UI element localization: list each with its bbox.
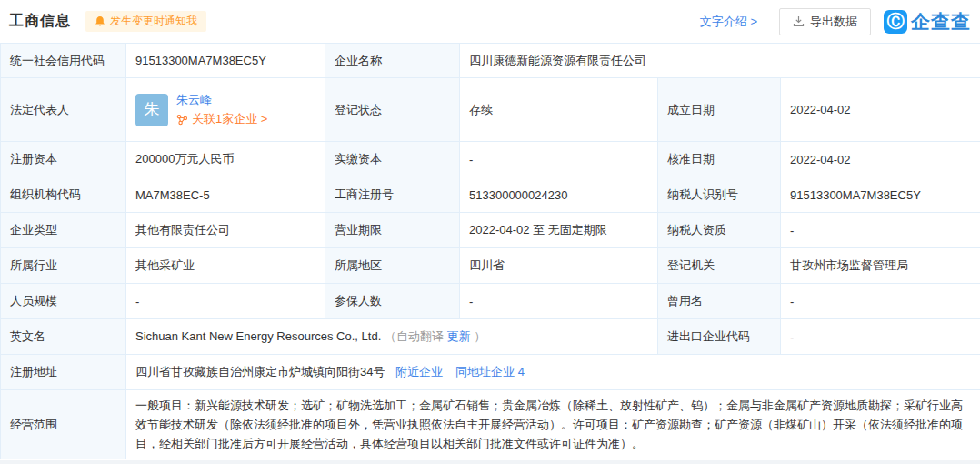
related-companies-link[interactable]: 关联1家企业 > <box>176 111 267 127</box>
qichacha-logo: Ⓒ 企查查 <box>884 9 971 35</box>
field-value-reg-address: 四川省甘孜藏族自治州康定市炉城镇向阳街34号 附近企业 同地址企业 4 <box>126 355 980 390</box>
bell-icon <box>95 15 105 27</box>
field-label-legal-rep: 法定代表人 <box>1 78 126 142</box>
table-row: 企业类型 其他有限责任公司 营业期限 2022-04-02 至 无固定期限 纳税… <box>1 213 980 248</box>
related-companies-icon <box>176 114 188 126</box>
table-row: 英文名 Sichuan Kant New Energy Resources Co… <box>1 319 980 355</box>
field-value-legal-rep: 朱 朱云峰 关联1家企业 > <box>126 78 325 142</box>
field-value-company-type: 其他有限责任公司 <box>126 213 325 248</box>
field-label-taxpayer-id: 纳税人识别号 <box>658 177 781 213</box>
business-info-panel: 工商信息 发生变更时通知我 文字介绍 > 导出数据 Ⓒ 企查查 <box>0 0 980 460</box>
field-value-industry: 其他采矿业 <box>126 248 325 284</box>
field-label-english-name: 英文名 <box>1 319 126 355</box>
field-label-reg-authority: 登记机关 <box>658 248 781 284</box>
nearby-companies-link[interactable]: 附近企业 <box>395 364 443 380</box>
qichacha-logo-text: 企查查 <box>911 9 971 35</box>
table-row: 注册地址 四川省甘孜藏族自治州康定市炉城镇向阳街34号 附近企业 同地址企业 4 <box>1 355 980 390</box>
field-value-former-name: - <box>781 284 980 319</box>
auto-translate-note-close: ） <box>471 329 486 343</box>
field-label-establish-date: 成立日期 <box>658 78 781 142</box>
page-title: 工商信息 <box>9 12 71 31</box>
field-value-business-scope: 一般项目：新兴能源技术研发；选矿；矿物洗选加工；金属矿石销售；贵金属冶炼（除稀土… <box>126 390 980 459</box>
field-label-industry: 所属行业 <box>1 248 126 284</box>
field-value-insured-count: - <box>460 284 658 319</box>
field-label-approval-date: 核准日期 <box>658 142 781 177</box>
download-icon <box>793 15 805 27</box>
table-row: 经营范围 一般项目：新兴能源技术研发；选矿；矿物洗选加工；金属矿石销售；贵金属冶… <box>1 390 980 459</box>
field-value-taxpayer-qualification: - <box>781 213 980 248</box>
legal-rep-name-link[interactable]: 朱云峰 <box>176 92 267 108</box>
table-row: 注册资本 200000万元人民币 实缴资本 - 核准日期 2022-04-02 <box>1 142 980 177</box>
field-value-reg-number: 513300000024230 <box>460 177 658 213</box>
field-label-reg-status: 登记状态 <box>325 78 460 142</box>
field-value-staff-size: - <box>126 284 325 319</box>
field-value-credit-code: 91513300MA7M38EC5Y <box>126 44 325 78</box>
english-name-text: Sichuan Kant New Energy Resources Co., L… <box>135 329 381 343</box>
field-value-org-code: MA7M38EC-5 <box>126 177 325 213</box>
table-row: 人员规模 - 参保人数 - 曾用名 - <box>1 284 980 319</box>
field-label-credit-code: 统一社会信用代码 <box>1 44 126 78</box>
business-scope-text: 一般项目：新兴能源技术研发；选矿；矿物洗选加工；金属矿石销售；贵金属冶炼（除稀土… <box>135 396 971 453</box>
field-label-former-name: 曾用名 <box>658 284 781 319</box>
field-label-staff-size: 人员规模 <box>1 284 126 319</box>
field-value-reg-status: 存续 <box>460 78 658 142</box>
field-value-establish-date: 2022-04-02 <box>781 78 980 142</box>
qichacha-logo-icon: Ⓒ <box>884 10 907 34</box>
reg-address-text: 四川省甘孜藏族自治州康定市炉城镇向阳街34号 <box>135 365 385 378</box>
auto-translate-note: （自动翻译 <box>385 329 447 343</box>
notify-change-badge[interactable]: 发生变更时通知我 <box>85 11 206 32</box>
field-label-taxpayer-qualification: 纳税人资质 <box>658 213 781 248</box>
same-address-companies-link[interactable]: 同地址企业 4 <box>455 364 525 380</box>
export-button-label: 导出数据 <box>810 14 857 30</box>
table-row: 所属行业 其他采矿业 所属地区 四川省 登记机关 甘孜州市场监督管理局 <box>1 248 980 284</box>
field-label-reg-address: 注册地址 <box>1 355 126 390</box>
field-value-english-name: Sichuan Kant New Energy Resources Co., L… <box>126 319 658 355</box>
field-label-reg-capital: 注册资本 <box>1 142 126 177</box>
field-label-region: 所属地区 <box>325 248 460 284</box>
field-value-import-export-code: - <box>781 319 980 355</box>
field-value-business-term: 2022-04-02 至 无固定期限 <box>460 213 658 248</box>
field-label-business-scope: 经营范围 <box>1 390 126 459</box>
table-row: 组织机构代码 MA7M38EC-5 工商注册号 513300000024230 … <box>1 177 980 213</box>
field-value-company-name: 四川康德新能源资源有限责任公司 <box>460 44 980 78</box>
field-label-business-term: 营业期限 <box>325 213 460 248</box>
field-label-insured-count: 参保人数 <box>325 284 460 319</box>
business-info-table: 统一社会信用代码 91513300MA7M38EC5Y 企业名称 四川康德新能源… <box>0 43 980 459</box>
related-companies-label: 关联1家企业 > <box>192 111 267 127</box>
field-value-taxpayer-id: 91513300MA7M38EC5Y <box>781 177 980 213</box>
field-value-paid-capital: - <box>460 142 658 177</box>
field-label-company-name: 企业名称 <box>325 44 460 78</box>
field-value-reg-capital: 200000万元人民币 <box>126 142 325 177</box>
export-data-button[interactable]: 导出数据 <box>779 8 871 35</box>
update-translation-link[interactable]: 更新 <box>447 329 471 343</box>
table-row: 统一社会信用代码 91513300MA7M38EC5Y 企业名称 四川康德新能源… <box>1 44 980 78</box>
notify-badge-label: 发生变更时通知我 <box>110 14 197 29</box>
field-value-region: 四川省 <box>460 248 658 284</box>
legal-rep-avatar[interactable]: 朱 <box>135 94 168 126</box>
field-label-org-code: 组织机构代码 <box>1 177 126 213</box>
text-intro-link[interactable]: 文字介绍 > <box>700 14 757 30</box>
table-row: 法定代表人 朱 朱云峰 关联1家企业 > <box>1 78 980 142</box>
field-label-reg-number: 工商注册号 <box>325 177 460 213</box>
panel-header: 工商信息 发生变更时通知我 文字介绍 > 导出数据 Ⓒ 企查查 <box>0 0 980 43</box>
field-value-approval-date: 2022-04-02 <box>781 142 980 177</box>
field-label-company-type: 企业类型 <box>1 213 126 248</box>
field-label-paid-capital: 实缴资本 <box>325 142 460 177</box>
field-value-reg-authority: 甘孜州市场监督管理局 <box>781 248 980 284</box>
field-label-import-export-code: 进出口企业代码 <box>658 319 781 355</box>
